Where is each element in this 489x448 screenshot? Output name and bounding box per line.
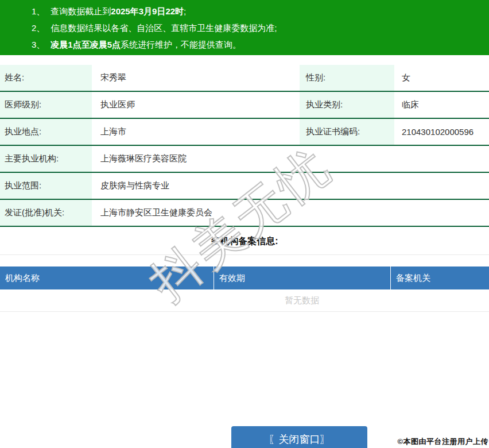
column-header-institution-name: 机构名称 xyxy=(0,267,214,289)
multi-org-records-table: 机构名称 有效期 备案机关 暂无数据 xyxy=(0,267,489,312)
notice-text: 系统进行维护，不能提供查询。 xyxy=(121,40,241,49)
notice-text: ; xyxy=(184,6,186,16)
field-value-certificate-number: 210430102000596 xyxy=(394,119,489,145)
field-label-practice-category: 执业类别: xyxy=(300,92,394,118)
field-value-name: 宋秀翠 xyxy=(92,65,300,91)
notice-line-1: 1、查询数据截止到2025年3月9日22时; xyxy=(0,3,489,20)
close-window-button[interactable]: 〖关闭窗口〗 xyxy=(231,426,367,448)
field-label-gender: 性别: xyxy=(300,65,394,91)
field-value-main-institution: 上海薇琳医疗美容医院 xyxy=(92,146,489,172)
field-value-practice-category: 临床 xyxy=(394,92,489,118)
notice-index: 1、 xyxy=(32,6,45,16)
notice-text-bold: 凌晨1点至凌晨5点 xyxy=(51,40,121,49)
field-label-issuing-authority: 发证(批准)机关: xyxy=(0,200,92,226)
doctor-info-table: 姓名: 宋秀翠 性别: 女 医师级别: 执业医师 执业类别: 临床 执业地点: … xyxy=(0,65,489,227)
field-value-gender: 女 xyxy=(394,65,489,91)
field-label-doctor-level: 医师级别: xyxy=(0,92,92,118)
empty-data-row: 暂无数据 xyxy=(0,289,489,312)
field-label-certificate-number: 执业证书编码: xyxy=(300,119,394,145)
field-label-main-institution: 主要执业机构: xyxy=(0,146,92,172)
notice-banner: 1、查询数据截止到2025年3月9日22时; 2、信息数据结果以各省、自治区、直… xyxy=(0,0,489,55)
field-value-issuing-authority: 上海市静安区卫生健康委员会 xyxy=(92,200,489,226)
column-header-valid-period: 有效期 xyxy=(214,267,390,289)
table-row: 执业地点: 上海市 执业证书编码: 210430102000596 xyxy=(0,119,489,146)
no-data-text: 暂无数据 xyxy=(214,295,390,306)
notice-text: 查询数据截止到 xyxy=(51,6,111,16)
notice-text: 信息数据结果以各省、自治区、直辖市卫生健康委数据为准; xyxy=(51,23,277,33)
notice-text-bold: 2025年3月9日22时 xyxy=(111,6,184,16)
column-header-record-authority: 备案机关 xyxy=(390,267,489,289)
field-value-practice-location: 上海市 xyxy=(92,119,300,145)
field-value-practice-scope: 皮肤病与性病专业 xyxy=(92,173,489,199)
table-row: 医师级别: 执业医师 执业类别: 临床 xyxy=(0,92,489,119)
table-row: 姓名: 宋秀翠 性别: 女 xyxy=(0,65,489,92)
notice-line-2: 2、信息数据结果以各省、自治区、直辖市卫生健康委数据为准; xyxy=(0,20,489,36)
notice-line-3: 3、凌晨1点至凌晨5点系统进行维护，不能提供查询。 xyxy=(0,36,489,53)
table-row: 执业范围: 皮肤病与性病专业 xyxy=(0,173,489,200)
notice-index: 2、 xyxy=(32,23,45,33)
upload-copyright-stamp: ©本图由平台注册用户上传 xyxy=(397,437,488,447)
field-label-practice-scope: 执业范围: xyxy=(0,173,92,199)
field-value-doctor-level: 执业医师 xyxy=(92,92,300,118)
field-label-practice-location: 执业地点: xyxy=(0,119,92,145)
table-row: 发证(批准)机关: 上海市静安区卫生健康委员会 xyxy=(0,200,489,227)
multi-org-section-heading: 多机构备案信息: xyxy=(0,227,489,255)
field-label-name: 姓名: xyxy=(0,65,92,91)
notice-index: 3、 xyxy=(32,40,45,49)
table-row: 主要执业机构: 上海薇琳医疗美容医院 xyxy=(0,146,489,173)
records-header-row: 机构名称 有效期 备案机关 xyxy=(0,267,489,289)
